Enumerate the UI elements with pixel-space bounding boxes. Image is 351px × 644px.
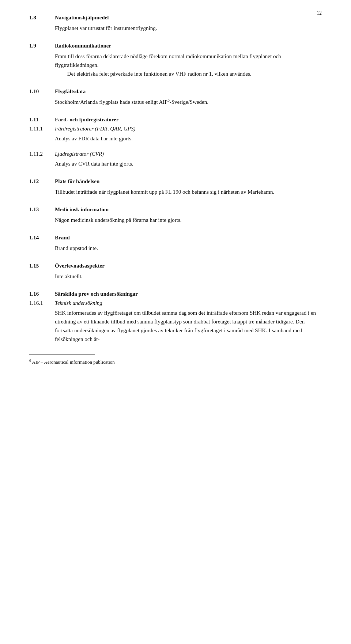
section-title-1-12: Plats för händelsen bbox=[55, 178, 99, 185]
section-body-1-15: Inte aktuellt. bbox=[55, 272, 322, 281]
section-body-1-9-text2: Det elektriska felet påverkade inte funk… bbox=[67, 71, 252, 77]
section-1-16: 1.16 Särskilda prov och undersökningar 1… bbox=[29, 291, 322, 344]
section-title-1-10: Flygfältsdata bbox=[55, 88, 86, 95]
section-number-1-8: 1.8 bbox=[29, 15, 55, 21]
subsection-1-11-1: 1.11.1 Färdregistratorer (FDR, QAR, GPS)… bbox=[29, 126, 322, 143]
subsection-title-1-16-1: Teknisk undersökning bbox=[55, 300, 102, 306]
section-1-10: 1.10 Flygfältsdata Stockholm/Arlanda fly… bbox=[29, 88, 322, 106]
section-1-13: 1.13 Medicinsk information Någon medicin… bbox=[29, 207, 322, 224]
section-number-1-12: 1.12 bbox=[29, 178, 55, 185]
section-title-1-9: Radiokommunikationer bbox=[55, 43, 111, 49]
section-number-1-14: 1.14 bbox=[29, 235, 55, 241]
section-1-12: 1.12 Plats för händelsen Tillbudet inträ… bbox=[29, 178, 322, 196]
section-number-1-10: 1.10 bbox=[29, 88, 55, 95]
page-number: 12 bbox=[317, 10, 322, 16]
section-1-8: 1.8 Navigationshjälpmedel Flygplanet var… bbox=[29, 15, 322, 33]
section-number-1-9: 1.9 bbox=[29, 43, 55, 49]
section-body-1-13: Någon medicinsk undersökning på förarna … bbox=[55, 216, 322, 224]
subsection-body-1-11-1: Analys av FDR data har inte gjorts. bbox=[55, 134, 322, 143]
section-title-1-16: Särskilda prov och undersökningar bbox=[55, 291, 138, 297]
section-body-1-9: Fram till dess förarna deklarerade nödlä… bbox=[55, 52, 322, 78]
subsection-title-1-11-1: Färdregistratorer (FDR, QAR, GPS) bbox=[55, 126, 135, 132]
subsection-number-1-11-2: 1.11.2 bbox=[29, 151, 55, 157]
section-body-1-10-text: Stockholm/Arlanda flygplats hade status … bbox=[55, 99, 208, 105]
section-title-1-13: Medicinsk information bbox=[55, 207, 109, 213]
section-1-9: 1.9 Radiokommunikationer Fram till dess … bbox=[29, 43, 322, 78]
section-body-1-9-text1: Fram till dess förarna deklarerade nödlä… bbox=[55, 53, 281, 68]
footnote-number: 6 bbox=[29, 359, 31, 363]
section-1-11: 1.11 Färd- och ljudregistratorer 1.11.1 … bbox=[29, 117, 322, 168]
section-1-14: 1.14 Brand Brand uppstod inte. bbox=[29, 235, 322, 253]
section-body-1-10: Stockholm/Arlanda flygplats hade status … bbox=[55, 98, 322, 106]
section-number-1-16: 1.16 bbox=[29, 291, 55, 297]
subsection-1-11-2: 1.11.2 Ljudregistrator (CVR) Analys av C… bbox=[29, 151, 322, 168]
subsection-body-1-16-1: SHK informerades av flygföretaget om til… bbox=[55, 308, 322, 344]
section-body-1-12: Tillbudet inträffade när flygplanet komm… bbox=[55, 187, 322, 196]
subsection-1-16-1: 1.16.1 Teknisk undersökning SHK informer… bbox=[29, 300, 322, 344]
footnote: 6 AIP – Aeronautical information publica… bbox=[29, 358, 322, 366]
section-title-1-14: Brand bbox=[55, 235, 70, 241]
section-title-1-11: Färd- och ljudregistratorer bbox=[55, 117, 118, 123]
section-title-1-15: Överlevnadsaspekter bbox=[55, 263, 105, 269]
footnote-text: AIP – Aeronautical information publicati… bbox=[32, 359, 115, 365]
section-number-1-11: 1.11 bbox=[29, 117, 55, 123]
subsection-body-1-11-2: Analys av CVR data har inte gjorts. bbox=[55, 159, 322, 168]
section-1-15: 1.15 Överlevnadsaspekter Inte aktuellt. bbox=[29, 263, 322, 281]
section-body-1-14: Brand uppstod inte. bbox=[55, 244, 322, 253]
subsection-number-1-11-1: 1.11.1 bbox=[29, 126, 55, 132]
section-number-1-15: 1.15 bbox=[29, 263, 55, 269]
subsection-title-1-11-2: Ljudregistrator (CVR) bbox=[55, 151, 104, 157]
section-title-1-8: Navigationshjälpmedel bbox=[55, 15, 109, 21]
section-number-1-13: 1.13 bbox=[29, 207, 55, 213]
section-body-1-8: Flygplanet var utrustat för instrumentfl… bbox=[55, 24, 322, 33]
subsection-number-1-16-1: 1.16.1 bbox=[29, 300, 55, 306]
footnote-divider bbox=[29, 355, 95, 355]
